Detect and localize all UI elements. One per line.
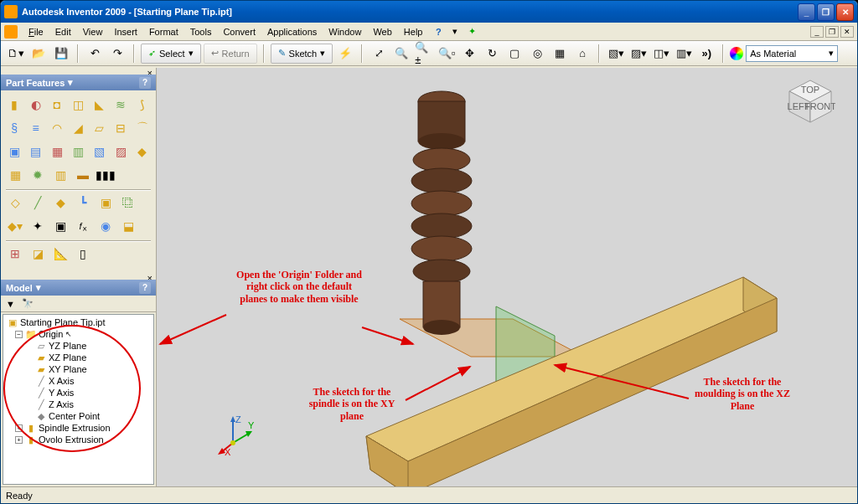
rect-pattern-icon[interactable]: ▦ <box>6 166 24 184</box>
help-icon[interactable]: ? <box>432 25 445 39</box>
loft-icon[interactable]: ≋ <box>112 95 129 114</box>
sweep-icon[interactable]: ⟆ <box>134 95 151 114</box>
menu-web[interactable]: Web <box>367 25 397 39</box>
close-button[interactable]: ✕ <box>836 3 854 21</box>
tree-ovolo-extrusion[interactable]: +▮Ovolo Extrusion <box>5 434 152 445</box>
measure-icon[interactable]: 📐 <box>51 244 70 263</box>
save-button[interactable]: 💾 <box>51 44 71 64</box>
thicken-icon[interactable]: ▦ <box>49 142 65 161</box>
redo-button[interactable]: ↷ <box>107 44 127 64</box>
tree-yz-plane[interactable]: ▱YZ Plane <box>5 340 152 352</box>
tree-xz-plane[interactable]: ▰XZ Plane <box>5 352 152 363</box>
surface-trim-icon[interactable]: ◪ <box>28 244 47 263</box>
steering-wheel-button[interactable]: ◎ <box>527 44 547 64</box>
parameters-icon[interactable]: fₓ <box>74 217 92 235</box>
mdi-minimize-button[interactable]: _ <box>810 26 824 38</box>
menu-tools[interactable]: Tools <box>184 25 218 39</box>
undo-button[interactable]: ↶ <box>85 44 105 64</box>
menu-file[interactable]: File <box>23 25 49 39</box>
rotate-button[interactable]: ↻ <box>482 44 502 64</box>
region-icon[interactable]: ▯ <box>74 244 92 263</box>
menu-format[interactable]: Format <box>143 25 184 39</box>
panel-close-icon[interactable]: × <box>147 68 152 75</box>
viewcube-button[interactable]: ▦ <box>550 44 570 64</box>
tree-root[interactable]: ▣Starting Plane Tip.ipt <box>5 316 152 328</box>
derive-icon[interactable]: ▣ <box>96 193 115 212</box>
mdi-restore-button[interactable]: ❐ <box>825 26 839 38</box>
work-axis-icon[interactable]: ╱ <box>28 193 47 212</box>
context-menu-icon[interactable]: ▾ <box>448 25 462 39</box>
menu-edit[interactable]: Edit <box>49 25 77 39</box>
model-browser[interactable]: ▣Starting Plane Tip.ipt −📁Origin↖ ▱YZ Pl… <box>3 314 154 485</box>
emboss-icon[interactable]: ▥ <box>70 142 86 161</box>
copy-object-icon[interactable]: ⿻ <box>119 193 137 212</box>
mdi-close-button[interactable]: ✕ <box>840 26 854 38</box>
sketch-button[interactable]: ✎Sketch ▾ <box>271 44 333 64</box>
circ-pattern-icon[interactable]: ✹ <box>28 166 47 184</box>
maximize-button[interactable]: ❐ <box>817 3 835 21</box>
work-point-icon[interactable]: ◆ <box>51 193 70 212</box>
revolve-icon[interactable]: ◐ <box>27 95 44 114</box>
tree-spindle-extrusion[interactable]: +▮Spindle Extrusion <box>5 422 152 434</box>
select-button[interactable]: ➶Select ▾ <box>141 44 201 64</box>
replace-face-icon[interactable]: ▤ <box>27 142 44 161</box>
menu-insert[interactable]: Insert <box>108 25 143 39</box>
insert-feature-icon[interactable]: ⬓ <box>119 217 137 235</box>
bend-icon[interactable]: ⌒ <box>134 119 151 137</box>
menu-applications[interactable]: Applications <box>261 25 323 39</box>
create-mate-icon[interactable]: ◉ <box>96 217 115 235</box>
update-button[interactable]: ⚡ <box>335 44 355 64</box>
model-panel-header[interactable]: Model▾? <box>1 280 156 296</box>
menu-view[interactable]: View <box>77 25 109 39</box>
tree-origin[interactable]: −📁Origin↖ <box>5 328 152 340</box>
filter-icon[interactable]: ▼ <box>6 299 15 309</box>
barcode-icon[interactable]: ▮▮▮ <box>96 166 115 184</box>
stitch-icon[interactable]: ⊞ <box>6 244 24 263</box>
tree-xy-plane[interactable]: ▰XY Plane <box>5 363 152 375</box>
boundary-icon[interactable]: ▨ <box>112 142 129 161</box>
mirror-icon[interactable]: ▥ <box>51 166 70 184</box>
open-file-button[interactable]: 📂 <box>28 44 49 64</box>
favorites-icon[interactable]: ✦ <box>465 25 478 39</box>
work-plane-icon[interactable]: ◇ <box>6 193 24 212</box>
sculpt-icon[interactable]: ◆ <box>134 142 151 161</box>
shell-icon[interactable]: ◫ <box>70 95 86 114</box>
extrude-icon[interactable]: ▮ <box>6 95 23 114</box>
coil-icon[interactable]: § <box>6 119 23 137</box>
zoom-selected-button[interactable]: 🔍▫ <box>437 44 457 64</box>
move-face-icon[interactable]: ◆▾ <box>6 217 24 235</box>
menu-help[interactable]: Help <box>398 25 429 39</box>
decal-icon[interactable]: ▧ <box>91 142 108 161</box>
zoom-all-button[interactable]: ⤢ <box>369 44 389 64</box>
delete-face-icon[interactable]: ▣ <box>6 142 23 161</box>
find-icon[interactable]: 🔭 <box>22 298 34 309</box>
look-at-button[interactable]: ▢ <box>504 44 525 64</box>
home-button[interactable]: ⌂ <box>572 44 592 64</box>
analyze-button[interactable]: ») <box>696 44 716 64</box>
thread-icon[interactable]: ≡ <box>27 119 44 137</box>
pan-button[interactable]: ✥ <box>459 44 479 64</box>
return-button[interactable]: ↩Return <box>204 44 257 64</box>
panel-help-icon[interactable]: ? <box>139 77 151 89</box>
combine-icon[interactable]: ▬ <box>74 166 92 184</box>
shaded-button[interactable]: ▧▾ <box>606 44 626 64</box>
ucs-icon[interactable]: ┗ <box>74 193 92 212</box>
promote-icon[interactable]: ✦ <box>28 217 47 235</box>
menu-convert[interactable]: Convert <box>217 25 261 39</box>
tree-z-axis[interactable]: ╱Z Axis <box>5 399 152 410</box>
part-features-header[interactable]: Part Features▾? <box>1 75 156 90</box>
split-icon[interactable]: ⊟ <box>112 119 129 137</box>
panel-close-icon-2[interactable]: × <box>147 273 152 280</box>
tree-center-point[interactable]: ◆Center Point <box>5 410 152 422</box>
demote-icon[interactable]: ▣ <box>51 217 70 235</box>
rib-icon[interactable]: ◣ <box>91 95 108 114</box>
minimize-button[interactable]: _ <box>798 3 815 21</box>
new-file-button[interactable]: 🗋▾ <box>6 44 26 64</box>
tree-y-axis[interactable]: ╱Y Axis <box>5 387 152 399</box>
viewcube[interactable]: TOP LEFT FRONT <box>785 76 835 126</box>
tree-x-axis[interactable]: ╱X Axis <box>5 375 152 387</box>
menu-window[interactable]: Window <box>323 25 367 39</box>
zoom-dynamic-button[interactable]: 🔍± <box>414 44 434 64</box>
draft-icon[interactable]: ▱ <box>91 119 108 137</box>
zoom-window-button[interactable]: 🔍 <box>391 44 411 64</box>
